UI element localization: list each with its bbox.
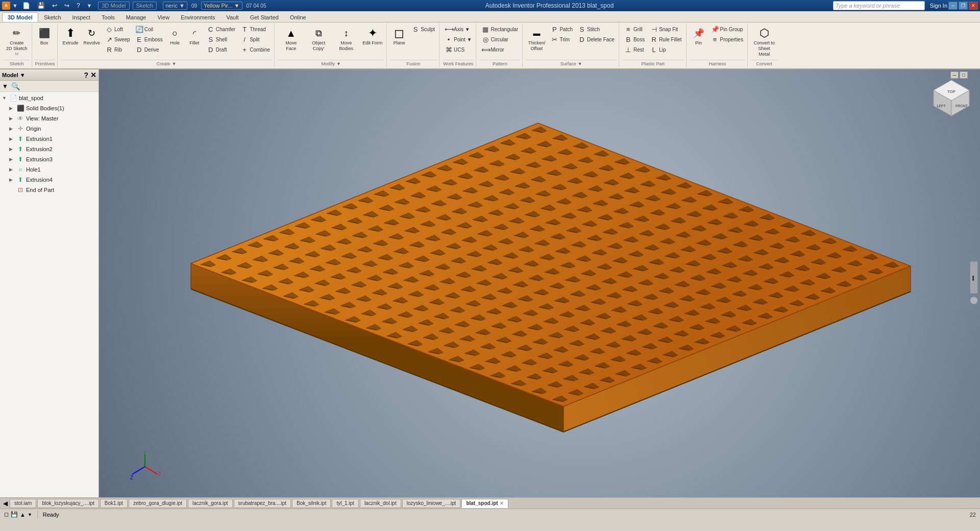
- tab-view[interactable]: View: [152, 12, 175, 22]
- tree-item-extrusion2[interactable]: ▶ ⬆ Extrusion2: [0, 144, 99, 154]
- tab-tyl1[interactable]: tyl_1.ipt: [332, 499, 358, 508]
- emboss-button[interactable]: EEmboss: [133, 35, 165, 44]
- mirror-button[interactable]: ⟺Mirror: [479, 45, 520, 55]
- tab-zebro[interactable]: zebro_gora_dlugie.ipt: [129, 499, 187, 508]
- expand-blat-spod[interactable]: ▼: [2, 93, 9, 103]
- boss-button[interactable]: BBoss: [622, 35, 647, 44]
- tab-lacznik-dol[interactable]: lacznik_dol.ipt: [360, 499, 401, 508]
- close-btn[interactable]: ✕: [969, 2, 978, 10]
- sb-icon2[interactable]: 💾: [11, 511, 18, 518]
- tree-item-extrusion1[interactable]: ▶ ⬆ Extrusion1: [0, 134, 99, 144]
- undo-btn[interactable]: ↩: [50, 1, 60, 10]
- model-panel-close[interactable]: ✕: [90, 71, 96, 79]
- tree-item-extrusion4[interactable]: ▶ ⬆ Extrusion4: [0, 175, 99, 185]
- model-search-btn[interactable]: 🔍: [11, 82, 20, 90]
- stitch-button[interactable]: SStitch: [576, 25, 617, 34]
- tree-item-end-of-part[interactable]: ⊡ End of Part: [0, 185, 99, 195]
- tree-item-origin[interactable]: ▶ ✛ Origin: [0, 124, 99, 134]
- tab-inspect[interactable]: Inspect: [67, 12, 96, 22]
- loft-button[interactable]: ◇Loft: [103, 25, 132, 34]
- color-scheme[interactable]: Yellow Pir... ▼: [201, 2, 242, 10]
- expand-extrusion2[interactable]: ▶: [9, 144, 16, 154]
- fillet-button[interactable]: ◜ Fillet: [185, 25, 204, 47]
- tab-lacznik-gora[interactable]: lacznik_gora.ipt: [188, 499, 232, 508]
- search-box[interactable]: Type a keyword or phrase: [833, 1, 925, 10]
- copy-object-button[interactable]: ⧉ Object Copy': [305, 25, 332, 53]
- model-filter-btn[interactable]: ▼: [2, 83, 8, 90]
- save-btn[interactable]: 💾: [35, 1, 47, 10]
- rib-button[interactable]: RRib: [103, 45, 132, 55]
- dropdown-btn[interactable]: ▼: [87, 3, 92, 9]
- tab-environments[interactable]: Environments: [175, 12, 220, 22]
- zoom-in-btn[interactable]: ▌: [970, 261, 978, 294]
- extrude-button[interactable]: ⬆ Extrude: [61, 25, 81, 47]
- shell-button[interactable]: SShell: [205, 35, 237, 44]
- mode-3dmodel[interactable]: 3D Model: [98, 2, 129, 10]
- expand-extrusion3[interactable]: ▶: [9, 155, 16, 164]
- tab-vault[interactable]: Vault: [220, 12, 244, 22]
- sign-in[interactable]: Sign In: [930, 3, 947, 9]
- sculpt-button[interactable]: SSculpt: [409, 25, 437, 34]
- move-bodies-button[interactable]: ↕ Move Bodies: [333, 25, 359, 53]
- coil-button[interactable]: 🔄Coil: [133, 25, 165, 34]
- expand-solid-bodies[interactable]: ▶: [9, 104, 16, 113]
- box-button[interactable]: ⬛ Box: [35, 25, 54, 47]
- ucs-button[interactable]: ⌘UCS: [443, 45, 474, 55]
- convert-sheetmetal-button[interactable]: ⬡ Convert toSheet Metal: [751, 25, 777, 58]
- sb-icon4[interactable]: ▼: [28, 512, 32, 517]
- viewport[interactable]: // This won't execute in SVG here, we'll…: [99, 69, 980, 497]
- combine-button[interactable]: +Combine: [238, 45, 272, 55]
- properties-button[interactable]: ≡Properties: [709, 35, 746, 44]
- expand-extrusion1[interactable]: ▶: [9, 134, 16, 143]
- trim-button[interactable]: ✂Trim: [548, 35, 575, 44]
- expand-origin[interactable]: ▶: [9, 124, 16, 133]
- sb-icon1[interactable]: ◻: [4, 511, 9, 518]
- tab-bok1[interactable]: Bok1.ipt: [100, 499, 128, 508]
- tab-blok[interactable]: blok_lozyskujacy_....ipt: [37, 499, 99, 508]
- revolve-button[interactable]: ↻ Revolve: [82, 25, 103, 47]
- tree-item-extrusion3[interactable]: ▶ ⬆ Extrusion3: [0, 154, 99, 164]
- surface-dropdown[interactable]: ▼: [578, 61, 582, 66]
- point-button[interactable]: •Point ▼: [443, 35, 474, 44]
- rest-button[interactable]: ⊥Rest: [622, 45, 647, 55]
- tab-sketch[interactable]: Sketch: [38, 12, 67, 22]
- create-dropdown[interactable]: ▼: [172, 61, 176, 66]
- pin-button[interactable]: 📌 Pin: [690, 25, 708, 47]
- tab-lozysko[interactable]: lozysko_liniowe_....ipt: [402, 499, 461, 508]
- tree-item-blat-spod[interactable]: ▼ 📄 blat_spod: [0, 93, 99, 103]
- tab-3dmodel[interactable]: 3D Model: [2, 12, 38, 22]
- vp-minimize[interactable]: ─: [950, 71, 959, 79]
- model-panel-help[interactable]: ?: [84, 71, 88, 79]
- vp-maximize[interactable]: □: [960, 71, 968, 79]
- tab-stol[interactable]: stol.iam: [10, 499, 36, 508]
- tab-tools[interactable]: Tools: [96, 12, 120, 22]
- tab-srubatrapez[interactable]: srubatrapez_bra....ipt: [234, 499, 291, 508]
- plane-button[interactable]: ◻ Plane: [390, 25, 408, 47]
- restore-btn[interactable]: ❐: [959, 2, 968, 10]
- minimize-btn[interactable]: ─: [948, 2, 958, 10]
- tree-item-hole1[interactable]: ▶ ○ Hole1: [0, 164, 99, 175]
- rule-fillet-button[interactable]: RRule Fillet: [648, 35, 683, 44]
- pin-group-button[interactable]: 📌Pin Group: [709, 25, 746, 34]
- lip-button[interactable]: LLip: [648, 45, 683, 55]
- chamfer-button[interactable]: CChamfer: [205, 25, 237, 34]
- tab-blat-spod[interactable]: blat_spod.ipt ✕: [461, 499, 508, 508]
- thicken-offset-button[interactable]: ▬ Thicken/Offset: [526, 25, 547, 53]
- split-button[interactable]: /Split: [238, 35, 272, 44]
- tab-getstarted[interactable]: Get Started: [244, 12, 284, 22]
- sb-icon3[interactable]: ▲: [20, 512, 26, 518]
- tab-nav-left[interactable]: ◀: [2, 499, 9, 508]
- create-2d-sketch-button[interactable]: ✏ Create2D Sketch M: [4, 25, 30, 58]
- expand-view-master[interactable]: ▶: [9, 114, 16, 123]
- vc-dot[interactable]: [970, 297, 978, 305]
- thread-button[interactable]: TThread: [238, 25, 272, 34]
- new-btn[interactable]: 📄: [20, 1, 33, 10]
- tree-item-solid-bodies[interactable]: ▶ ⬛ Solid Bodies(1): [0, 103, 99, 113]
- tab-manage[interactable]: Manage: [120, 12, 152, 22]
- grill-button[interactable]: ≡Grill: [622, 25, 647, 34]
- delete-face-button[interactable]: DDelete Face: [576, 35, 617, 44]
- help-btn[interactable]: ?: [74, 1, 83, 10]
- patch-button[interactable]: PPatch: [548, 25, 575, 34]
- derive-button[interactable]: DDerive: [133, 45, 165, 55]
- tree-item-view-master[interactable]: ▶ 👁 View: Master: [0, 113, 99, 124]
